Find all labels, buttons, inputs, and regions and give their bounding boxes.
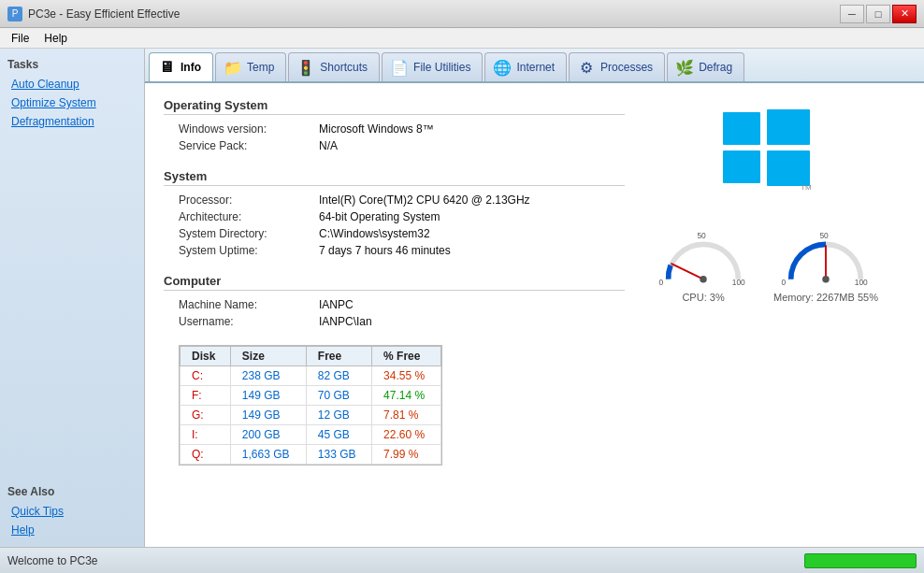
svg-text:50: 50 (819, 231, 829, 240)
size-col-header: Size (230, 347, 306, 366)
memory-gauge-svg: 0 100 50 (774, 222, 877, 288)
shortcuts-tab-icon: 🚦 (296, 58, 315, 77)
menu-bar: File Help (0, 28, 924, 49)
cpu-gauge: 0 100 50 CPU: 3% (652, 222, 755, 303)
username-label: Username: (179, 315, 319, 328)
table-row: C:238 GB82 GB34.55 % (180, 366, 441, 386)
title-bar-left: P PC3e - Easy Efficient Effective (7, 7, 180, 21)
disk-pct-cell: 47.14 % (372, 386, 441, 406)
computer-section: Computer Machine Name: IANPC Username: I… (164, 274, 625, 328)
table-row: G:149 GB12 GB7.81 % (180, 406, 441, 425)
windows-version-label: Windows version: (179, 122, 319, 136)
svg-rect-1 (767, 109, 810, 145)
disk-size-cell: 149 GB (230, 386, 306, 406)
disk-free-cell: 70 GB (306, 386, 371, 406)
disk-size-cell: 1,663 GB (230, 445, 306, 465)
disk-name-cell: C: (180, 366, 231, 386)
processor-label: Processor: (179, 193, 319, 207)
pct-col-header: % Free (372, 347, 441, 366)
os-section: Operating System Windows version: Micros… (164, 98, 625, 152)
svg-rect-3 (767, 150, 810, 186)
disk-pct-cell: 7.81 % (372, 406, 441, 425)
svg-rect-0 (723, 112, 760, 145)
menu-help[interactable]: Help (36, 30, 75, 47)
status-progress-bar (804, 553, 917, 568)
sidebar-help[interactable]: Help (7, 523, 137, 537)
machine-name-value: IANPC (319, 298, 354, 311)
title-bar-controls: ─ □ ✕ (840, 5, 917, 23)
system-uptime-value: 7 days 7 hours 46 minutes (319, 244, 451, 257)
table-row: Q:1,663 GB133 GB7.99 % (180, 445, 441, 465)
svg-rect-2 (723, 150, 760, 183)
disk-name-cell: I: (180, 425, 231, 445)
maximize-button[interactable]: □ (866, 5, 890, 23)
gauges-row: 0 100 50 CPU: 3% (652, 222, 878, 303)
disk-free-cell: 82 GB (306, 366, 371, 386)
disk-name-cell: Q: (180, 445, 231, 465)
sidebar-auto-cleanup[interactable]: Auto Cleanup (7, 77, 137, 92)
system-uptime-row: System Uptime: 7 days 7 hours 46 minutes (179, 244, 625, 257)
disk-pct-cell: 22.60 % (372, 425, 441, 445)
service-pack-row: Service Pack: N/A (179, 139, 625, 152)
free-col-header: Free (306, 347, 371, 366)
windows-logo: TM (718, 107, 812, 194)
memory-label-text: Memory: (773, 292, 814, 303)
memory-value-label: 2267MB 55% (816, 292, 878, 303)
svg-line-5 (671, 264, 704, 279)
disk-size-cell: 238 GB (230, 366, 306, 386)
file-utilities-tab-icon: 📄 (390, 58, 409, 77)
tab-shortcuts-label: Shortcuts (320, 61, 368, 74)
username-row: Username: IANPC\Ian (179, 315, 625, 328)
system-uptime-label: System Uptime: (179, 244, 319, 257)
disk-table: Disk Size Free % Free C:238 GB82 GB34.55… (180, 346, 441, 465)
sidebar: Tasks Auto Cleanup Optimize System Defra… (0, 49, 145, 547)
svg-text:TM: TM (801, 183, 812, 192)
info-panel: Operating System Windows version: Micros… (145, 83, 924, 547)
disk-pct-cell: 7.99 % (372, 445, 441, 465)
disk-name-cell: G: (180, 406, 231, 425)
memory-gauge: 0 100 50 Memory: 2267MB 55% (773, 222, 878, 303)
info-left-column: Operating System Windows version: Micros… (164, 98, 625, 468)
tab-temp[interactable]: 📁 Temp (215, 52, 286, 81)
disk-name-cell: F: (180, 386, 231, 406)
service-pack-label: Service Pack: (179, 139, 319, 152)
sidebar-optimize-system[interactable]: Optimize System (7, 95, 137, 110)
minimize-button[interactable]: ─ (840, 5, 864, 23)
username-value: IANPC\Ian (319, 315, 372, 328)
status-text: Welcome to PC3e (7, 554, 98, 567)
svg-point-6 (700, 276, 706, 282)
system-section-header: System (164, 169, 625, 186)
menu-file[interactable]: File (4, 30, 36, 47)
windows-version-value: Microsoft Windows 8™ (319, 122, 434, 136)
tab-shortcuts[interactable]: 🚦 Shortcuts (288, 52, 380, 81)
machine-name-row: Machine Name: IANPC (179, 298, 625, 311)
processor-row: Processor: Intel(R) Core(TM)2 CPU 6420 @… (179, 193, 625, 207)
temp-tab-icon: 📁 (224, 58, 242, 77)
close-button[interactable]: ✕ (892, 5, 917, 23)
info-tab-icon: 🖥 (157, 58, 176, 77)
cpu-gauge-svg: 0 100 50 (652, 222, 755, 288)
main-layout: Tasks Auto Cleanup Optimize System Defra… (0, 49, 924, 547)
system-directory-label: System Directory: (179, 227, 319, 240)
computer-section-header: Computer (164, 274, 625, 291)
tab-internet[interactable]: 🌐 Internet (484, 52, 567, 81)
defrag-tab-icon: 🌿 (675, 58, 694, 77)
sidebar-defragmentation[interactable]: Defragmentation (7, 114, 137, 129)
tab-file-utilities-label: File Utilities (413, 61, 470, 74)
tab-bar: 🖥 Info 📁 Temp 🚦 Shortcuts 📄 File Utiliti… (145, 49, 924, 83)
tab-defrag[interactable]: 🌿 Defrag (667, 52, 744, 81)
disk-free-cell: 12 GB (306, 406, 371, 425)
disk-size-cell: 200 GB (230, 425, 306, 445)
info-right-column: TM (625, 98, 905, 468)
tab-info[interactable]: 🖥 Info (149, 52, 213, 81)
tab-processes[interactable]: ⚙ Processes (569, 52, 665, 81)
svg-text:0: 0 (658, 278, 663, 287)
tasks-label: Tasks (7, 58, 137, 71)
disk-table-container: Disk Size Free % Free C:238 GB82 GB34.55… (179, 345, 442, 466)
table-row: F:149 GB70 GB47.14 % (180, 386, 441, 406)
tab-info-label: Info (180, 61, 201, 74)
svg-point-11 (822, 276, 829, 282)
tab-processes-label: Processes (600, 61, 653, 74)
tab-file-utilities[interactable]: 📄 File Utilities (382, 52, 483, 81)
sidebar-quick-tips[interactable]: Quick Tips (7, 504, 137, 519)
